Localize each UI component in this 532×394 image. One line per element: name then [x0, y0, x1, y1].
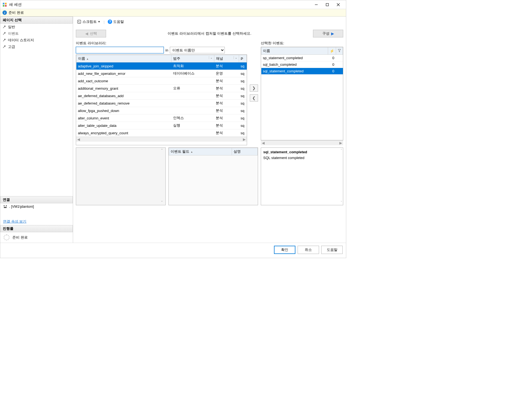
nav-events[interactable]: 이벤트: [0, 30, 73, 37]
scroll-down-icon[interactable]: ˅: [340, 200, 342, 204]
wizard-message: 이벤트 라이브러리에서 캡처할 이벤트를 선택하세요.: [112, 31, 307, 36]
wrench-icon: [2, 25, 6, 29]
minimize-button[interactable]: [311, 1, 322, 9]
spinner-icon: [4, 234, 10, 240]
table-row[interactable]: sp_statement_completed0: [261, 55, 343, 61]
help-icon: ?: [108, 20, 112, 24]
library-label: 이벤트 라이브러리:: [76, 41, 247, 46]
remove-button[interactable]: ❮: [250, 94, 258, 102]
status-bar: i 준비 완료: [0, 9, 346, 17]
sort-asc-icon: ▲: [86, 58, 89, 60]
in-label: in: [165, 48, 168, 52]
connection-label: . [VM1\jdantoni]: [0, 203, 73, 210]
table-row[interactable]: allow_fpga_pushed_down분석sq: [76, 107, 247, 114]
nav-general[interactable]: 일반: [0, 24, 73, 30]
cancel-button[interactable]: 취소: [298, 246, 319, 254]
description-box: ˄˅: [76, 147, 166, 205]
wizard-back-button[interactable]: ◀ 선택: [76, 30, 106, 37]
nav-advanced[interactable]: 고급: [0, 43, 73, 50]
script-icon: [77, 20, 81, 24]
table-row[interactable]: additional_memory_grant오류분석sq: [76, 85, 247, 92]
scroll-up-icon[interactable]: ˄: [161, 148, 165, 152]
detail-title: sql_statement_completed: [263, 150, 341, 154]
table-row[interactable]: adaptive_join_skipped최적화분석sq: [76, 62, 247, 70]
chevron-right-icon: ▶: [331, 31, 334, 36]
wrench-icon: [2, 38, 6, 42]
horizontal-scrollbar[interactable]: ◀▶: [261, 140, 343, 145]
pages-header: 페이지 선택: [0, 17, 73, 24]
svg-rect-1: [5, 3, 7, 4]
progress-header: 진행률: [0, 225, 73, 232]
detail-box: sql_statement_completed SQL statement co…: [261, 147, 343, 205]
help-button[interactable]: ? 도움말: [107, 19, 125, 25]
table-row[interactable]: alter_column_event인덱스분석sq: [76, 114, 247, 122]
funnel-icon: [338, 49, 341, 52]
col-channel[interactable]: 채널⌄: [214, 55, 239, 62]
horizontal-scrollbar[interactable]: ◀▶: [76, 137, 247, 142]
table-row[interactable]: ae_deferred_databases_remove분석sq: [76, 100, 247, 107]
window-title: 새 세션: [9, 2, 311, 7]
col-name[interactable]: 이름▲: [76, 55, 171, 62]
ok-button[interactable]: 확인: [274, 246, 295, 254]
scroll-up-icon[interactable]: ˄: [340, 148, 342, 152]
sel-col-name[interactable]: 이름: [261, 47, 328, 55]
table-row[interactable]: sql_statement_completed0: [261, 68, 343, 75]
content-area: 스크립트 ▼ | ? 도움말 ◀ 선택 이벤트 라이브러리에서 캡처할 이벤트를…: [73, 17, 346, 243]
scroll-down-icon[interactable]: ˅: [161, 200, 165, 204]
script-button[interactable]: 스크립트 ▼: [76, 19, 101, 25]
nav-storage[interactable]: 데이터 스토리지: [0, 37, 73, 43]
sidebar: 페이지 선택 일반 이벤트 데이터 스토리지 고급 연결 . [VM1\jdan…: [0, 17, 73, 243]
sel-col-filter[interactable]: [336, 47, 343, 55]
title-bar: 새 세션: [0, 0, 346, 9]
svg-rect-3: [5, 5, 7, 7]
app-icon: [2, 2, 7, 7]
selected-panel: 선택한 이벤트: 이름 ⚡ sp_statement_completed0sql…: [261, 41, 343, 145]
selected-grid[interactable]: 이름 ⚡ sp_statement_completed0sql_batch_co…: [261, 47, 343, 140]
fields-col2[interactable]: 설명: [232, 148, 257, 155]
sort-asc-icon: ▲: [190, 151, 193, 153]
server-icon: [3, 205, 7, 209]
fields-col1[interactable]: 이벤트 필드▲: [169, 148, 232, 155]
wizard-row: ◀ 선택 이벤트 라이브러리에서 캡처할 이벤트를 선택하세요. 구성 ▶: [76, 30, 343, 37]
footer: 확인 취소 도움말: [0, 243, 346, 257]
mover-buttons: ❯ ❮: [250, 41, 258, 145]
sel-col-bolt[interactable]: ⚡: [328, 47, 336, 55]
svg-rect-0: [3, 3, 4, 4]
chevron-down-icon: ▼: [98, 20, 100, 23]
selected-label: 선택한 이벤트:: [261, 41, 343, 46]
bolt-icon: ⚡: [330, 49, 334, 53]
fields-box: 이벤트 필드▲ 설명: [168, 147, 258, 205]
detail-desc: SQL statement completed: [263, 156, 341, 160]
wizard-forward-button[interactable]: 구성 ▶: [313, 30, 343, 37]
svg-point-8: [4, 205, 5, 206]
table-row[interactable]: sql_batch_completed0: [261, 61, 343, 68]
chevron-left-icon: ◀: [85, 31, 88, 36]
progress-row: 준비 완료: [0, 232, 73, 243]
svg-rect-5: [326, 3, 329, 6]
svg-rect-2: [3, 5, 4, 7]
wrench-icon: [2, 32, 6, 35]
view-connection-link[interactable]: 연결 속성 보기: [0, 218, 73, 225]
chevron-down-icon[interactable]: ⌄: [209, 56, 212, 59]
svg-point-9: [6, 205, 7, 206]
help-button[interactable]: 도움말: [321, 246, 343, 254]
col-category[interactable]: 범주⌄: [171, 55, 214, 62]
library-grid[interactable]: 이름▲ 범주⌄ 채널⌄ P adaptive_join_skipped최적화분석…: [76, 54, 247, 145]
table-row[interactable]: always_encrypted_query_count분석sq: [76, 129, 247, 137]
toolbar: 스크립트 ▼ | ? 도움말: [76, 18, 343, 26]
chevron-down-icon[interactable]: ⌄: [234, 56, 237, 59]
col-p[interactable]: P: [239, 55, 247, 62]
table-row[interactable]: add_new_file_operation_error데이터베이스운영sq: [76, 70, 247, 77]
filter-select[interactable]: 이벤트 이름만: [170, 47, 225, 53]
search-input[interactable]: [76, 47, 164, 53]
library-panel: 이벤트 라이브러리: in 이벤트 이름만 이름▲ 범주⌄: [76, 41, 247, 145]
connection-header: 연결: [0, 196, 73, 203]
table-row[interactable]: alter_table_update_data실행분석sq: [76, 122, 247, 129]
table-row[interactable]: add_xact_outcome분석sq: [76, 77, 247, 85]
status-text: 준비 완료: [9, 10, 24, 15]
maximize-button[interactable]: [322, 1, 333, 9]
info-icon: i: [2, 10, 7, 15]
close-button[interactable]: [333, 1, 344, 9]
table-row[interactable]: ae_deferred_databases_add분석sq: [76, 92, 247, 100]
add-button[interactable]: ❯: [250, 84, 258, 92]
